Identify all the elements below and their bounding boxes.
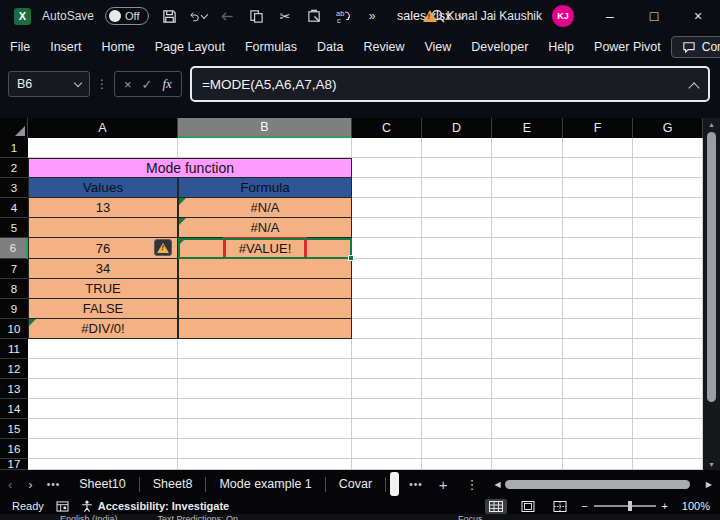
cell-G14[interactable] — [633, 399, 703, 419]
cell-B17[interactable] — [178, 459, 352, 470]
cell-B3[interactable]: Formula — [178, 178, 352, 198]
new-sheet-icon[interactable]: + — [429, 476, 458, 493]
more-commands-icon[interactable]: » — [363, 7, 381, 25]
cell-F12[interactable] — [563, 359, 633, 379]
row-header-9[interactable]: 9 — [0, 299, 28, 319]
cell-C15[interactable] — [352, 419, 422, 439]
cell-B7[interactable] — [178, 259, 352, 279]
cell-E5[interactable] — [492, 218, 563, 238]
page-break-view-button[interactable] — [549, 499, 571, 514]
scroll-up-icon[interactable]: ▲ — [708, 118, 715, 130]
row-header-1[interactable]: 1 — [0, 138, 28, 158]
cell-E4[interactable] — [492, 198, 563, 218]
row-header-4[interactable]: 4 — [0, 198, 28, 218]
sheet-tab-mode-example-1[interactable]: Mode example 1 — [206, 477, 324, 491]
alert-warning-icon[interactable] — [423, 10, 437, 22]
cell-F15[interactable] — [563, 419, 633, 439]
cell-B11[interactable] — [178, 339, 352, 359]
sheet-tab-covar[interactable]: Covar — [326, 477, 385, 491]
row-header-7[interactable]: 7 — [0, 259, 28, 279]
active-sheet-tab-partial[interactable] — [390, 472, 399, 496]
column-header-G[interactable]: G — [633, 118, 703, 138]
sheet-tab-sheet8[interactable]: Sheet8 — [140, 477, 206, 491]
cell-D16[interactable] — [422, 439, 492, 459]
more-sheets-left-icon[interactable]: ••• — [41, 479, 67, 490]
zoom-slider[interactable] — [594, 505, 656, 507]
column-header-E[interactable]: E — [492, 118, 563, 138]
comments-button[interactable]: Comments — [671, 36, 720, 58]
row-header-16[interactable]: 16 — [0, 439, 28, 459]
zoom-slider-thumb[interactable] — [628, 501, 632, 511]
sheet-options-icon[interactable]: ⋮ — [457, 477, 486, 492]
cell-C2[interactable] — [352, 158, 422, 178]
scroll-right-icon[interactable]: ▶ — [702, 480, 716, 489]
replace-icon[interactable]: abc — [334, 7, 352, 25]
cell-F5[interactable] — [563, 218, 633, 238]
cell-G7[interactable] — [633, 259, 703, 279]
prev-sheet-icon[interactable]: ‹ — [0, 477, 20, 492]
cell-F6[interactable] — [563, 238, 633, 259]
zoom-in-icon[interactable]: + — [662, 500, 668, 512]
next-sheet-icon[interactable]: › — [20, 477, 40, 492]
cell-E13[interactable] — [492, 379, 563, 399]
cell-C6[interactable] — [352, 238, 422, 259]
cell-A6[interactable]: 76 — [28, 238, 178, 259]
cell-A17[interactable] — [28, 459, 178, 470]
horizontal-scroll-thumb[interactable] — [505, 480, 690, 489]
name-box[interactable]: B6 — [8, 71, 90, 97]
cell-D2[interactable] — [422, 158, 492, 178]
cell-F4[interactable] — [563, 198, 633, 218]
column-header-B[interactable]: B — [178, 118, 352, 138]
zoom-out-icon[interactable]: − — [581, 500, 587, 512]
row-header-6[interactable]: 6 — [0, 238, 28, 259]
row-header-8[interactable]: 8 — [0, 279, 28, 299]
cell-D9[interactable] — [422, 299, 492, 319]
cell-E14[interactable] — [492, 399, 563, 419]
cell-E16[interactable] — [492, 439, 563, 459]
cell-F2[interactable] — [563, 158, 633, 178]
cell-A8[interactable]: TRUE — [28, 279, 178, 299]
autosave-toggle[interactable]: Off — [105, 7, 149, 25]
cell-C13[interactable] — [352, 379, 422, 399]
insert-function-icon[interactable]: fx — [163, 76, 172, 92]
row-header-15[interactable]: 15 — [0, 419, 28, 439]
cell-E7[interactable] — [492, 259, 563, 279]
cell-G17[interactable] — [633, 459, 703, 470]
cell-A12[interactable] — [28, 359, 178, 379]
cell-B14[interactable] — [178, 399, 352, 419]
cell-A11[interactable] — [28, 339, 178, 359]
error-options-button[interactable] — [154, 239, 172, 256]
cell-G9[interactable] — [633, 299, 703, 319]
cell-F9[interactable] — [563, 299, 633, 319]
column-header-A[interactable]: A — [28, 118, 178, 138]
cell-F8[interactable] — [563, 279, 633, 299]
tab-power-pivot[interactable]: Power Pivot — [584, 40, 671, 54]
fill-handle[interactable] — [348, 255, 354, 261]
cell-B8[interactable] — [178, 279, 352, 299]
cell-A7[interactable]: 34 — [28, 259, 178, 279]
accessibility-status[interactable]: Accessibility: Investigate — [81, 500, 229, 512]
cell-E11[interactable] — [492, 339, 563, 359]
cell-A5[interactable] — [28, 218, 178, 238]
tab-developer[interactable]: Developer — [461, 40, 538, 54]
cell-G4[interactable] — [633, 198, 703, 218]
cell-E15[interactable] — [492, 419, 563, 439]
enter-check-icon[interactable]: ✓ — [142, 77, 153, 92]
row-header-11[interactable]: 11 — [0, 339, 28, 359]
save-icon[interactable] — [160, 7, 178, 25]
cell-G2[interactable] — [633, 158, 703, 178]
cell-C12[interactable] — [352, 359, 422, 379]
cell-E3[interactable] — [492, 178, 563, 198]
cell-B15[interactable] — [178, 419, 352, 439]
cell-E17[interactable] — [492, 459, 563, 470]
vertical-scrollbar[interactable]: ▲ ▼ — [703, 118, 720, 470]
page-layout-view-button[interactable] — [517, 499, 539, 514]
row-header-10[interactable]: 10 — [0, 319, 28, 339]
cell-C7[interactable] — [352, 259, 422, 279]
cell-F13[interactable] — [563, 379, 633, 399]
cell-B9[interactable] — [178, 299, 352, 319]
cell-C4[interactable] — [352, 198, 422, 218]
select-all-button[interactable] — [0, 118, 28, 138]
tab-review[interactable]: Review — [353, 40, 414, 54]
avatar[interactable]: KJ — [552, 5, 574, 27]
